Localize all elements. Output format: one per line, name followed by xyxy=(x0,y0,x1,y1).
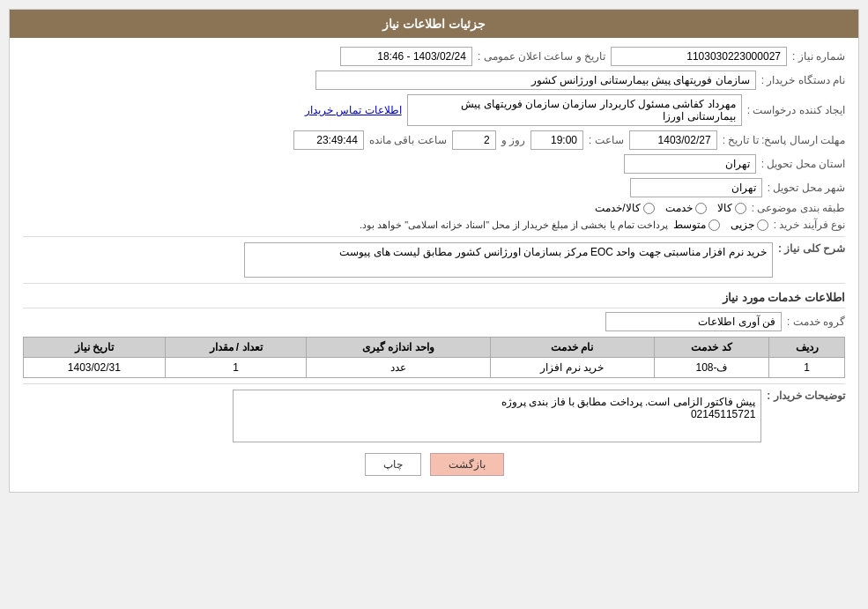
requester-row: ایجاد کننده درخواست : مهرداد کفاشی مسئول… xyxy=(23,94,845,126)
purchase-note: پرداخت تمام یا بخشی از مبلغ خریدار از مح… xyxy=(360,219,668,231)
deadline-days-label: روز و xyxy=(501,134,525,146)
category-kala-item: کالا xyxy=(717,202,746,214)
need-desc-value: خرید نرم افزار مناسبتی جهت واحد EOC مرکز… xyxy=(244,242,773,278)
category-row: طبقه بندی موضوعی : کالا خدمت کالا/خدمت xyxy=(23,202,845,214)
buyer-notes-content: پیش فاکتور الزامی است. پرداخت مطابق با ف… xyxy=(233,390,761,442)
table-row: 1 ف-108 خرید نرم افزار عدد 1 1403/02/31 xyxy=(24,358,845,378)
category-kala-khedmat-label: کالا/خدمت xyxy=(595,202,640,214)
deadline-row: مهلت ارسال پاسخ: تا تاریخ : 1403/02/27 س… xyxy=(23,130,845,150)
category-label: طبقه بندی موضوعی : xyxy=(752,202,845,214)
col-service-code: کد خدمت xyxy=(654,338,769,358)
divider-2 xyxy=(23,283,845,284)
province-row: استان محل تحویل : تهران xyxy=(23,154,845,174)
city-row: شهر محل تحویل : تهران xyxy=(23,178,845,197)
buyer-notes-label: توضیحات خریدار : xyxy=(767,390,845,402)
need-number-value: 1103030223000027 xyxy=(611,47,787,66)
divider-1 xyxy=(23,236,845,237)
services-table: ردیف کد خدمت نام خدمت واحد اندازه گیری ت… xyxy=(23,337,845,378)
category-kala-radio[interactable] xyxy=(735,203,746,214)
need-desc-label: شرح کلی نیاز : xyxy=(778,242,845,255)
purchase-motavasset-item: متوسط xyxy=(673,219,720,231)
services-section-title: اطلاعات خدمات مورد نیاز xyxy=(23,291,845,308)
page-wrapper: جزئیات اطلاعات نیاز شماره نیاز : 1103030… xyxy=(0,0,868,609)
panel-body: شماره نیاز : 1103030223000027 تاریخ و سا… xyxy=(10,38,858,492)
buyer-org-row: نام دستگاه خریدار : سازمان فوریتهای پیش … xyxy=(23,71,845,90)
deadline-date-value: 1403/02/27 xyxy=(629,130,717,150)
category-khedmat-radio[interactable] xyxy=(695,203,707,214)
main-panel: جزئیات اطلاعات نیاز شماره نیاز : 1103030… xyxy=(9,9,859,493)
city-value: تهران xyxy=(630,178,762,197)
col-unit: واحد اندازه گیری xyxy=(307,338,490,358)
panel-title: جزئیات اطلاعات نیاز xyxy=(382,17,486,31)
requester-value: مهرداد کفاشی مسئول کاربردار سازمان سازما… xyxy=(407,94,742,126)
deadline-time-label: ساعت : xyxy=(589,134,624,146)
deadline-remaining-label: ساعت باقی مانده xyxy=(369,134,447,146)
col-quantity: تعداد / مقدار xyxy=(165,338,307,358)
category-kala-label: کالا xyxy=(717,202,732,214)
back-button[interactable]: بازگشت xyxy=(430,453,504,476)
purchase-motavasset-radio[interactable] xyxy=(708,219,720,231)
purchase-motavasset-label: متوسط xyxy=(673,219,706,231)
need-number-label: شماره نیاز : xyxy=(792,50,845,63)
col-service-name: نام خدمت xyxy=(490,338,654,358)
buyer-org-label: نام دستگاه خریدار : xyxy=(761,74,845,86)
panel-header: جزئیات اطلاعات نیاز xyxy=(10,10,858,38)
cell-unit: عدد xyxy=(307,358,490,378)
cell-date: 1403/02/31 xyxy=(24,358,166,378)
purchase-type-label: نوع فرآیند خرید : xyxy=(774,219,845,231)
province-label: استان محل تحویل : xyxy=(761,158,845,170)
cell-service-name: خرید نرم افزار xyxy=(490,358,654,378)
service-group-row: گروه خدمت : فن آوری اطلاعات xyxy=(23,312,845,331)
city-label: شهر محل تحویل : xyxy=(768,182,845,194)
category-radio-group: کالا خدمت کالا/خدمت xyxy=(595,202,746,214)
purchase-type-radio-group: جزیی متوسط xyxy=(673,219,768,231)
need-desc-row: شرح کلی نیاز : خرید نرم افزار مناسبتی جه… xyxy=(23,242,845,278)
cell-quantity: 1 xyxy=(165,358,307,378)
requester-label: ایجاد کننده درخواست : xyxy=(747,104,845,116)
purchase-jozee-label: جزیی xyxy=(731,219,754,231)
cell-service-code: ف-108 xyxy=(654,358,769,378)
purchase-jozee-radio[interactable] xyxy=(757,219,768,231)
buyer-notes-row: توضیحات خریدار : پیش فاکتور الزامی است. … xyxy=(23,390,845,442)
category-kala-khedmat-item: کالا/خدمت xyxy=(595,202,654,214)
announce-date-label: تاریخ و ساعت اعلان عمومی : xyxy=(478,50,605,63)
service-group-label: گروه خدمت : xyxy=(787,316,845,328)
deadline-time-value: 19:00 xyxy=(530,130,583,150)
col-row-num: ردیف xyxy=(769,338,845,358)
province-value: تهران xyxy=(624,154,756,174)
announce-date-value: 1403/02/24 - 18:46 xyxy=(340,47,472,66)
service-group-value: فن آوری اطلاعات xyxy=(605,312,782,331)
services-table-header-row: ردیف کد خدمت نام خدمت واحد اندازه گیری ت… xyxy=(24,338,845,358)
category-khedmat-label: خدمت xyxy=(665,202,693,214)
category-kala-khedmat-radio[interactable] xyxy=(643,203,655,214)
print-button[interactable]: چاپ xyxy=(365,453,421,476)
purchase-jozee-item: جزیی xyxy=(731,219,768,231)
cell-row-num: 1 xyxy=(769,358,845,378)
deadline-label: مهلت ارسال پاسخ: تا تاریخ : xyxy=(723,134,845,146)
footer-buttons: بازگشت چاپ xyxy=(23,453,845,476)
deadline-days-value: 2 xyxy=(452,130,496,150)
buyer-org-value: سازمان فوریتهای پیش بیمارستانی اورژانس ک… xyxy=(315,71,756,90)
divider-3 xyxy=(23,383,845,384)
deadline-remaining-value: 23:49:44 xyxy=(293,130,364,150)
col-date: تاریخ نیاز xyxy=(24,338,166,358)
buyer-note-line1: پیش فاکتور الزامی است. پرداخت مطابق با ف… xyxy=(239,396,755,408)
purchase-type-row: نوع فرآیند خرید : جزیی متوسط پرداخت تمام… xyxy=(23,219,845,231)
contact-link[interactable]: اطلاعات تماس خریدار xyxy=(305,104,402,116)
category-khedmat-item: خدمت xyxy=(665,202,707,214)
need-number-row: شماره نیاز : 1103030223000027 تاریخ و سا… xyxy=(23,47,845,66)
buyer-note-line2: 02145115721 xyxy=(239,408,755,420)
